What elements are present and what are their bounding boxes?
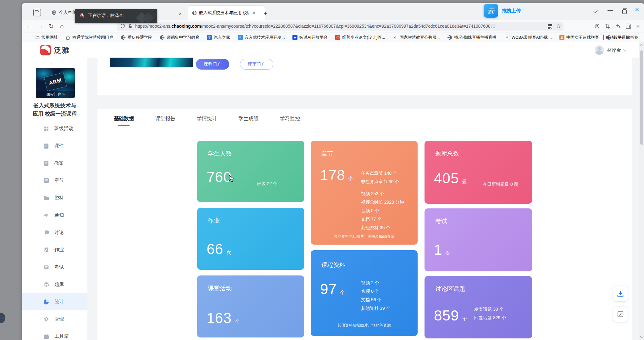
user-name: 林泽金 [607, 47, 621, 53]
screenshot-icon[interactable] [605, 24, 610, 29]
sidebar-item-discussion[interactable]: 讨论 [22, 224, 87, 241]
extensions-puzzle-icon[interactable] [626, 24, 631, 29]
tab-title: 嵌入式系统技术与应用 校级一... [199, 10, 249, 16]
home-icon[interactable]: ⌂ [57, 23, 67, 30]
scroll-up-arrow[interactable] [640, 44, 643, 48]
tab-separator [45, 8, 45, 16]
course-sidebar: ARM 课程门户 > 嵌入式系统技术与 应用 校级一流课程 班级活动 P课件 教… [22, 58, 87, 340]
course-banner-image [110, 58, 193, 67]
cloud-upload-icon[interactable]: 云 [484, 4, 498, 18]
url-text: https://mooc2-ans.chaoxing.com/mooc2-ans… [135, 24, 495, 29]
download-icon [617, 290, 624, 297]
bookmark-item[interactable]: 重庆移通学院 [121, 35, 152, 40]
fanya-logo-icon [40, 45, 51, 55]
sidebar-item-toolbox[interactable]: 工具箱 [22, 328, 87, 340]
bookmark-item[interactable]: B嵌入式技术应用开发... [238, 35, 285, 40]
reload-icon[interactable]: ↻ [46, 23, 57, 30]
sidebar-item-homework[interactable]: 作业 [22, 241, 87, 258]
scroll-down-arrow[interactable] [640, 334, 643, 338]
lock-icon[interactable] [128, 24, 133, 29]
tab-basic-data[interactable]: 基础数据 [114, 116, 134, 126]
briefcase-icon [43, 334, 49, 339]
autohome-icon: 车 [207, 35, 212, 40]
tab-course-active[interactable]: 嵌入式系统技术与应用 校级一... × [188, 6, 265, 20]
sidebar-item-statistics[interactable]: 统计 [22, 293, 87, 310]
scrollbar-thumb[interactable] [640, 50, 643, 145]
tab-class-report[interactable]: 课堂报告 [155, 116, 175, 126]
courseware-file-icon: P [43, 143, 49, 149]
course-thumbnail[interactable]: ARM 课程门户 > [36, 68, 75, 98]
bookmark-item[interactable]: 车汽车之家 [207, 35, 230, 40]
bookmark-item[interactable]: 常用网址 [35, 35, 58, 40]
side-assistant-handle[interactable]: › [0, 313, 5, 323]
grid-icon [43, 126, 49, 132]
folder-icon [43, 195, 49, 201]
basketball-league-icon: 篮 [559, 35, 564, 40]
globe-icon [160, 35, 165, 40]
url-bar[interactable]: https://mooc2-ans.chaoxing.com/mooc2-ans… [117, 22, 564, 31]
tab-group-icon[interactable] [33, 9, 41, 16]
bookmark-item[interactable]: 师德集中学习教育 [160, 35, 199, 40]
drag-upload-widget[interactable]: 云 拖拽上传 [484, 4, 526, 18]
feedback-note-button[interactable] [613, 307, 628, 322]
zhipu-ai-icon: ◆ [292, 35, 297, 40]
account-icon[interactable] [595, 24, 600, 29]
sidebar-item-courseware[interactable]: P课件 [22, 137, 87, 155]
speaker-icon [43, 212, 49, 218]
tab-close-icon[interactable]: × [179, 11, 182, 17]
shield-icon[interactable] [120, 24, 125, 29]
menu-hamburger-icon[interactable]: ≡ [636, 23, 640, 30]
webpage: 泛雅 林泽金 ARM 课程门户 > 嵌入式系统技术与 应用 校级一流课程 [22, 42, 644, 340]
user-menu[interactable]: 林泽金 [595, 45, 627, 55]
meeting-watermark [136, 11, 155, 21]
sidebar-item-lesson-plan[interactable]: 教教案 [22, 155, 87, 172]
bookmark-item[interactable]: 移通学院智慧校园门户 [65, 35, 113, 40]
arm-chip-graphic: ARM [44, 72, 67, 91]
bookmark-item[interactable]: 概况-蜘蛛直播主播直播 [447, 35, 496, 40]
speaking-label: 正在讲话：林泽金; [88, 13, 125, 19]
tab-close-icon[interactable]: × [251, 10, 257, 16]
sidebar-item-notice[interactable]: 通知 [22, 207, 87, 224]
undo-arrow-icon[interactable] [615, 24, 620, 29]
course-portal-link[interactable]: 课程门户 > [36, 91, 75, 98]
tab-list-chevron-icon[interactable] [593, 9, 597, 12]
close-button[interactable]: × [635, 6, 639, 13]
bookmark-item[interactable]: VG维普毕业论文(设计)管... [335, 35, 385, 40]
meeting-speaking-overlay: 正在讲话：林泽金; [75, 9, 157, 23]
bookmark-item[interactable]: ◆智谱AI开放平台 [292, 35, 328, 40]
export-download-button[interactable] [613, 286, 628, 301]
back-icon[interactable]: ← [25, 23, 35, 30]
gear-icon [43, 316, 49, 322]
forward-icon[interactable]: → [35, 23, 46, 30]
course-title: 嵌入式系统技术与 应用 校级一流课程 [22, 102, 87, 118]
review-portal-button[interactable]: 评审门户 [240, 59, 273, 70]
tab-student-grades[interactable]: 学生成绩 [238, 116, 258, 126]
tab-learning-monitor[interactable]: 学习监控 [280, 116, 300, 126]
sidebar-item-chapters[interactable]: 章节 [22, 172, 87, 189]
bookmark-item[interactable]: MWCBA常规赛A组-咪... [504, 35, 552, 40]
discussion-details: 发表话题 30 个 回复话题 829 个 [474, 305, 506, 322]
sidebar-item-manage[interactable]: 管理 [22, 310, 87, 328]
sidebar-item-class-activity[interactable]: 班级活动 [22, 120, 87, 137]
new-tab-button[interactable]: + [264, 10, 267, 17]
tab-title: 个人空间 [59, 10, 77, 15]
minimize-button[interactable]: — [608, 7, 613, 14]
tab-strip: 个人空间 × 嵌入式系统技术与应用 校级一... × + 正在讲话：林泽金; 云… [22, 3, 644, 20]
globe-icon [121, 35, 126, 40]
bookmark-item[interactable]: ✿国家智慧教育公共服... [393, 35, 440, 40]
embedded-doc-icon: B [238, 35, 243, 40]
page-scrollbar[interactable] [639, 42, 644, 340]
site-logo[interactable]: 泛雅 [40, 45, 70, 55]
bookmark-device-folder[interactable]: 移动设备上的书签 [600, 35, 638, 40]
bookmark-item[interactable]: 篮中国女子篮球联赛 [559, 35, 599, 40]
tab-learning-stats[interactable]: 学情统计 [197, 116, 217, 126]
course-portal-button[interactable]: 课程门户 [196, 59, 229, 70]
course-header-section: 课程门户 评审门户 [97, 58, 632, 95]
qr-extension-icon[interactable] [547, 24, 552, 29]
sidebar-item-materials[interactable]: 资料 [22, 189, 87, 207]
sidebar-item-exam[interactable]: 考试 [22, 258, 87, 276]
bookmark-star-icon[interactable]: ☆ [556, 23, 561, 30]
sidebar-item-question-bank[interactable]: 题库 [22, 276, 87, 293]
restore-button[interactable] [622, 9, 627, 14]
card-exams: 考试 1次 [425, 208, 532, 271]
